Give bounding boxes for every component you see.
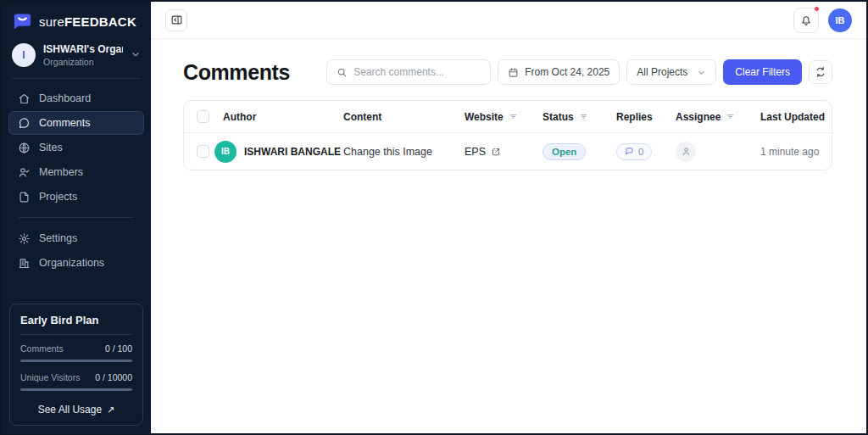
author-avatar: IB xyxy=(214,141,236,163)
search-comments-box[interactable] xyxy=(326,59,491,85)
sidebar-item-sites[interactable]: Sites xyxy=(8,136,144,159)
plan-title: Early Bird Plan xyxy=(20,314,132,326)
row-checkbox-cell xyxy=(184,145,214,158)
column-header-assignee: Assignee xyxy=(676,111,760,123)
chat-bubble-logo-icon xyxy=(13,12,32,31)
assignee-button[interactable] xyxy=(676,142,696,162)
app-window: sureFEEDBACK I ISHWARI's Organiz... Orga… xyxy=(0,0,868,435)
select-all-checkbox[interactable] xyxy=(197,110,209,123)
assignee-cell xyxy=(676,142,760,162)
project-filter-select[interactable]: All Projects xyxy=(626,59,716,85)
organization-avatar: I xyxy=(12,43,36,67)
sidebar-item-label: Comments xyxy=(39,117,90,129)
sidebar-item-label: Settings xyxy=(39,232,77,244)
home-icon xyxy=(18,92,31,105)
content-header: Comments From Oct 24, 2025 xyxy=(183,59,832,86)
comment-bubble-icon xyxy=(18,117,31,130)
members-icon xyxy=(18,166,31,179)
chevron-down-icon xyxy=(697,68,706,77)
building-icon xyxy=(18,257,31,270)
author-cell: IB ISHWARI BANGALE xyxy=(214,141,343,163)
sidebar-nav: Dashboard Comments Sites Members xyxy=(2,79,151,276)
clear-filters-button[interactable]: Clear Filters xyxy=(723,59,802,85)
comments-table: Author Content Website Status xyxy=(183,100,832,170)
plan-usage-card: Early Bird Plan Comments 0 / 100 Unique … xyxy=(9,304,143,426)
refresh-button[interactable] xyxy=(809,60,832,84)
filter-lines-icon[interactable] xyxy=(726,112,735,121)
search-input[interactable] xyxy=(353,66,481,78)
content-cell: Change this Image xyxy=(343,146,465,158)
gear-icon xyxy=(18,232,31,245)
replies-cell: 0 xyxy=(616,143,676,160)
main-area: IB Comments From Oct 2 xyxy=(151,2,866,433)
column-header-last-updated: Last Updated xyxy=(760,111,832,123)
organization-info: ISHWARI's Organiz... Organization xyxy=(43,43,123,67)
calendar-icon xyxy=(508,67,519,78)
sidebar-item-dashboard[interactable]: Dashboard xyxy=(8,86,144,110)
organization-name: ISHWARI's Organiz... xyxy=(43,43,123,55)
sidebar-item-label: Organizations xyxy=(39,257,104,269)
sidebar-item-projects[interactable]: Projects xyxy=(8,185,144,209)
organization-switcher[interactable]: I ISHWARI's Organiz... Organization xyxy=(12,43,141,79)
brand-logo: sureFEEDBACK xyxy=(2,2,151,40)
page-title: Comments xyxy=(183,60,290,85)
column-header-author: Author xyxy=(214,111,343,123)
sidebar-item-label: Sites xyxy=(39,142,63,153)
sidebar-toggle-button[interactable] xyxy=(165,9,187,31)
sidebar-item-comments[interactable]: Comments xyxy=(8,111,144,135)
date-filter-label: From Oct 24, 2025 xyxy=(525,66,609,78)
sidebar-item-label: Members xyxy=(39,166,83,178)
date-filter-button[interactable]: From Oct 24, 2025 xyxy=(498,59,620,85)
organization-subtitle: Organization xyxy=(43,57,123,67)
filter-lines-icon[interactable] xyxy=(509,112,518,121)
usage-row-visitors: Unique Visitors 0 / 10000 xyxy=(20,372,132,382)
header-checkbox-cell xyxy=(184,110,214,123)
sidebar-item-members[interactable]: Members xyxy=(8,160,144,184)
last-updated-cell: 1 minute ago xyxy=(760,146,832,158)
notifications-button[interactable] xyxy=(793,8,819,33)
status-cell: Open xyxy=(542,143,616,160)
website-cell: EPS xyxy=(465,146,542,158)
person-icon xyxy=(681,146,692,157)
topbar: IB xyxy=(151,2,866,39)
column-header-website: Website xyxy=(465,111,542,123)
search-icon xyxy=(337,67,348,78)
replies-chip[interactable]: 0 xyxy=(616,143,652,160)
see-all-usage-link[interactable]: See All Usage ↗ xyxy=(20,401,132,417)
filter-controls: From Oct 24, 2025 All Projects Clear Fil… xyxy=(326,59,832,85)
refresh-icon xyxy=(815,66,826,78)
globe-icon xyxy=(18,142,31,154)
project-filter-label: All Projects xyxy=(637,66,687,78)
table-row[interactable]: IB ISHWARI BANGALE Change this Image EPS… xyxy=(184,132,832,170)
panel-collapse-icon xyxy=(170,14,183,26)
sidebar-item-organizations[interactable]: Organizations xyxy=(8,251,144,275)
sidebar-item-settings[interactable]: Settings xyxy=(8,226,144,250)
chevron-down-icon xyxy=(131,47,141,63)
website-name: EPS xyxy=(465,146,486,158)
row-checkbox[interactable] xyxy=(197,145,209,158)
status-badge[interactable]: Open xyxy=(542,143,586,160)
user-avatar[interactable]: IB xyxy=(828,8,852,32)
reply-bubble-icon xyxy=(625,147,634,156)
column-header-status: Status xyxy=(542,111,616,123)
notification-dot xyxy=(814,6,820,12)
replies-count: 0 xyxy=(638,147,643,157)
content: Comments From Oct 24, 2025 xyxy=(151,39,866,433)
usage-row-comments: Comments 0 / 100 xyxy=(20,343,132,354)
filter-lines-icon[interactable] xyxy=(579,112,588,121)
sidebar-item-label: Projects xyxy=(39,191,77,203)
author-name: ISHWARI BANGALE xyxy=(244,146,341,158)
external-arrow-icon: ↗ xyxy=(107,404,114,415)
bell-icon xyxy=(799,14,813,27)
sidebar-divider xyxy=(19,217,134,218)
sidebar-item-label: Dashboard xyxy=(39,92,91,104)
divider xyxy=(20,334,132,335)
comments-progress-bar xyxy=(20,360,132,362)
external-link-icon[interactable] xyxy=(491,147,501,157)
visitors-progress-bar xyxy=(20,388,132,391)
projects-file-icon xyxy=(18,191,31,204)
column-header-replies: Replies xyxy=(616,111,676,123)
sidebar: sureFEEDBACK I ISHWARI's Organiz... Orga… xyxy=(2,2,151,433)
column-header-content: Content xyxy=(343,111,465,123)
brand-name: sureFEEDBACK xyxy=(39,14,136,29)
